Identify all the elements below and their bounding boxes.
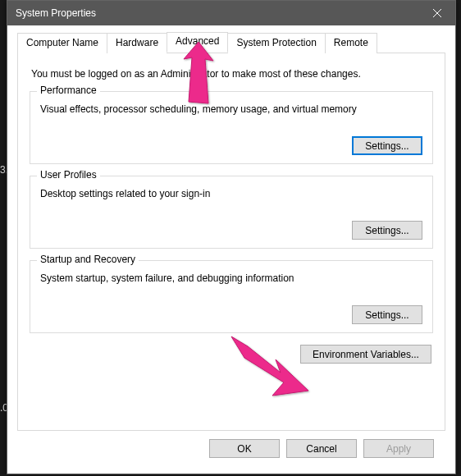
- startup-recovery-group: Startup and Recovery System startup, sys…: [30, 260, 433, 333]
- admin-notice: You must be logged on as an Administrato…: [31, 68, 433, 80]
- user-profiles-title: User Profiles: [37, 169, 100, 181]
- user-profiles-settings-button[interactable]: Settings...: [352, 221, 422, 240]
- tab-system-protection[interactable]: System Protection: [227, 33, 325, 53]
- window-title: System Properties: [16, 7, 96, 19]
- ok-button[interactable]: OK: [209, 439, 280, 458]
- apply-button[interactable]: Apply: [363, 439, 434, 458]
- close-button[interactable]: [418, 1, 455, 25]
- system-properties-window: System Properties Computer Name Hardware…: [7, 0, 456, 474]
- performance-desc: Visual effects, processor scheduling, me…: [40, 103, 422, 115]
- advanced-panel: You must be logged on as an Administrato…: [17, 53, 445, 431]
- startup-recovery-settings-button[interactable]: Settings...: [352, 305, 422, 324]
- startup-recovery-desc: System startup, system failure, and debu…: [40, 272, 422, 284]
- tab-advanced[interactable]: Advanced: [167, 32, 228, 53]
- titlebar: System Properties: [7, 1, 455, 25]
- close-icon: [433, 9, 441, 17]
- tab-remote[interactable]: Remote: [325, 33, 377, 53]
- cancel-button[interactable]: Cancel: [286, 439, 357, 458]
- dialog-button-row: OK Cancel Apply: [17, 431, 445, 458]
- user-profiles-desc: Desktop settings related to your sign-in: [40, 188, 422, 199]
- environment-variables-button[interactable]: Environment Variables...: [300, 345, 431, 364]
- tab-strip: Computer Name Hardware Advanced System P…: [17, 32, 445, 53]
- content-area: Computer Name Hardware Advanced System P…: [7, 25, 455, 468]
- performance-settings-button[interactable]: Settings...: [352, 136, 422, 155]
- tab-hardware[interactable]: Hardware: [107, 33, 167, 53]
- performance-title: Performance: [37, 85, 100, 96]
- user-profiles-group: User Profiles Desktop settings related t…: [30, 176, 433, 249]
- tab-computer-name[interactable]: Computer Name: [17, 33, 107, 53]
- performance-group: Performance Visual effects, processor sc…: [30, 91, 433, 164]
- startup-recovery-title: Startup and Recovery: [37, 254, 139, 265]
